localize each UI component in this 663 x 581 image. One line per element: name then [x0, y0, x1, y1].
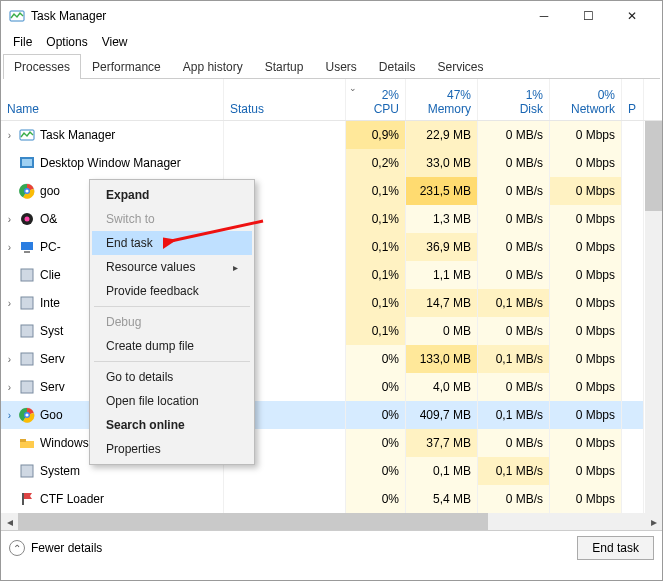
context-menu-label: Provide feedback — [106, 284, 199, 298]
context-menu-item-properties[interactable]: Properties — [92, 437, 252, 461]
expand-chevron-icon[interactable]: › — [5, 298, 14, 309]
taskmgr-icon — [9, 8, 25, 24]
col-header-name[interactable]: Name — [1, 79, 224, 120]
process-icon — [19, 183, 35, 199]
expand-chevron-icon[interactable]: › — [5, 354, 14, 365]
submenu-arrow-icon: ▸ — [233, 262, 238, 273]
context-menu-item-search-online[interactable]: Search online — [92, 413, 252, 437]
menu-options[interactable]: Options — [40, 33, 93, 51]
svg-point-8 — [25, 217, 30, 222]
cell-p — [622, 121, 644, 149]
table-row[interactable]: ›Task Manager0,9%22,9 MB0 MB/s0 Mbps — [1, 121, 662, 149]
cell-disk: 0 MB/s — [478, 429, 550, 457]
svg-rect-15 — [21, 381, 33, 393]
col-header-disk[interactable]: 1%Disk — [478, 79, 550, 120]
cell-name: ›Task Manager — [1, 121, 224, 149]
tab-processes[interactable]: Processes — [3, 54, 81, 79]
cell-disk: 0,1 MB/s — [478, 457, 550, 485]
horizontal-scrollbar[interactable]: ◂ ▸ — [1, 513, 662, 530]
process-icon — [19, 239, 35, 255]
scroll-left-icon[interactable]: ◂ — [1, 513, 18, 530]
cell-disk: 0 MB/s — [478, 373, 550, 401]
window-title: Task Manager — [31, 9, 106, 23]
context-menu-label: Properties — [106, 442, 161, 456]
cell-network: 0 Mbps — [550, 457, 622, 485]
svg-point-6 — [25, 189, 28, 192]
context-menu-item-go-to-details[interactable]: Go to details — [92, 365, 252, 389]
cell-memory: 36,9 MB — [406, 233, 478, 261]
cell-cpu: 0,1% — [346, 261, 406, 289]
cell-cpu: 0,2% — [346, 149, 406, 177]
expand-chevron-icon[interactable]: › — [5, 382, 14, 393]
close-button[interactable]: ✕ — [610, 1, 654, 31]
maximize-button[interactable]: ☐ — [566, 1, 610, 31]
cell-network: 0 Mbps — [550, 373, 622, 401]
expand-chevron-icon[interactable]: › — [5, 214, 14, 225]
cell-disk: 0 MB/s — [478, 149, 550, 177]
menu-file[interactable]: File — [7, 33, 38, 51]
cell-disk: 0 MB/s — [478, 205, 550, 233]
context-menu-separator — [94, 306, 250, 307]
col-header-memory[interactable]: 47%Memory — [406, 79, 478, 120]
scrollbar-thumb[interactable] — [645, 121, 662, 211]
cell-p — [622, 177, 644, 205]
cell-memory: 0,1 MB — [406, 457, 478, 485]
context-menu-item-provide-feedback[interactable]: Provide feedback — [92, 279, 252, 303]
process-icon — [19, 407, 35, 423]
scroll-right-icon[interactable]: ▸ — [645, 513, 662, 530]
tab-details[interactable]: Details — [368, 54, 427, 79]
col-header-p[interactable]: P — [622, 79, 644, 120]
table-row[interactable]: CTF Loader0%5,4 MB0 MB/s0 Mbps — [1, 485, 662, 513]
expand-chevron-icon[interactable]: › — [5, 242, 14, 253]
cell-memory: 5,4 MB — [406, 485, 478, 513]
tabs: ProcessesPerformanceApp historyStartupUs… — [3, 53, 660, 79]
tab-app-history[interactable]: App history — [172, 54, 254, 79]
expand-chevron-icon[interactable]: › — [5, 130, 14, 141]
tab-performance[interactable]: Performance — [81, 54, 172, 79]
context-menu-item-resource-values[interactable]: Resource values▸ — [92, 255, 252, 279]
context-menu-item-expand[interactable]: Expand — [92, 183, 252, 207]
context-menu-item-end-task[interactable]: End task — [92, 231, 252, 255]
cell-disk: 0 MB/s — [478, 317, 550, 345]
context-menu-item-open-file-location[interactable]: Open file location — [92, 389, 252, 413]
process-name: Serv — [40, 380, 65, 394]
process-name: System — [40, 464, 80, 478]
cell-p — [622, 345, 644, 373]
svg-rect-12 — [21, 297, 33, 309]
col-header-status[interactable]: Status — [224, 79, 346, 120]
vertical-scrollbar[interactable] — [645, 121, 662, 513]
hscroll-thumb[interactable] — [18, 513, 488, 530]
svg-rect-10 — [24, 251, 30, 253]
fewer-details-button[interactable]: ⌃ Fewer details — [9, 540, 102, 556]
svg-rect-9 — [21, 242, 33, 250]
cell-network: 0 Mbps — [550, 429, 622, 457]
svg-rect-13 — [21, 325, 33, 337]
footer-bar: ⌃ Fewer details End task — [1, 530, 662, 565]
process-icon — [19, 267, 35, 283]
cell-memory: 4,0 MB — [406, 373, 478, 401]
col-header-network[interactable]: 0%Network — [550, 79, 622, 120]
cell-cpu: 0% — [346, 485, 406, 513]
context-menu-item-create-dump-file[interactable]: Create dump file — [92, 334, 252, 358]
table-row[interactable]: Desktop Window Manager0,2%33,0 MB0 MB/s0… — [1, 149, 662, 177]
process-name: Inte — [40, 296, 60, 310]
process-name: O& — [40, 212, 57, 226]
context-menu-label: Go to details — [106, 370, 173, 384]
svg-point-18 — [25, 413, 28, 416]
tab-startup[interactable]: Startup — [254, 54, 315, 79]
tab-users[interactable]: Users — [314, 54, 367, 79]
end-task-button[interactable]: End task — [577, 536, 654, 560]
expand-chevron-icon[interactable]: › — [5, 410, 14, 421]
cell-cpu: 0,1% — [346, 289, 406, 317]
menu-view[interactable]: View — [96, 33, 134, 51]
minimize-button[interactable]: ─ — [522, 1, 566, 31]
cell-network: 0 Mbps — [550, 317, 622, 345]
process-name: Syst — [40, 324, 63, 338]
context-menu-label: Search online — [106, 418, 185, 432]
tab-services[interactable]: Services — [427, 54, 495, 79]
context-menu-item-debug: Debug — [92, 310, 252, 334]
svg-rect-11 — [21, 269, 33, 281]
cell-disk: 0 MB/s — [478, 121, 550, 149]
cell-disk: 0 MB/s — [478, 261, 550, 289]
cell-network: 0 Mbps — [550, 485, 622, 513]
